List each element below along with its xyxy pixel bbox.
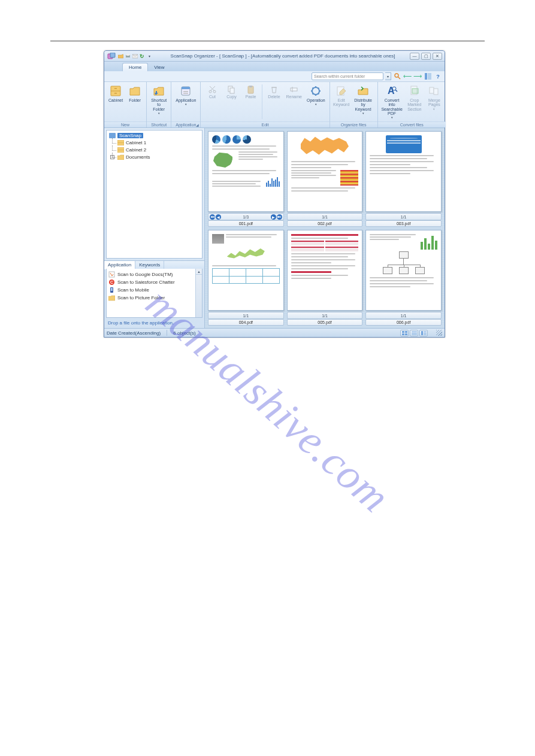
resize-grip-icon[interactable] xyxy=(436,330,442,336)
qat-print-icon[interactable] xyxy=(125,53,131,59)
page-count: 1/3 xyxy=(243,215,249,219)
layout-icon[interactable] xyxy=(424,72,432,80)
delete-button[interactable]: Delete xyxy=(264,83,283,120)
window-title: ScanSnap Organizer - [ ScanSnap ] - [Aut… xyxy=(156,53,410,59)
maximize-button[interactable]: ▢ xyxy=(421,53,431,60)
tree-item-cabinet2[interactable]: Cabinet 2 xyxy=(117,147,200,153)
view-list-icon[interactable] xyxy=(410,330,418,336)
last-page-icon[interactable]: ⏭ xyxy=(277,214,282,220)
crop-icon xyxy=(408,84,421,98)
sort-order[interactable]: Date Created(Ascending) xyxy=(107,330,161,336)
prev-page-icon[interactable]: ◀ xyxy=(216,214,221,220)
merge-button[interactable]: Merge Pages▾ xyxy=(425,83,444,120)
filename[interactable]: 005.pdf xyxy=(287,319,363,326)
picture-folder-icon xyxy=(108,294,115,301)
application-dropdown-icon: ▾ xyxy=(185,102,187,106)
thumb-006[interactable]: 1/1 006.pdf xyxy=(365,230,442,326)
tree-item-cabinet1[interactable]: Cabinet 1 xyxy=(117,140,200,145)
page-preview[interactable] xyxy=(365,230,442,311)
view-detail-icon[interactable] xyxy=(419,330,428,336)
salesforce-icon: C xyxy=(108,279,115,286)
tree-item-documents[interactable]: + Documents xyxy=(117,154,200,160)
filename[interactable]: 004.pdf xyxy=(208,319,284,326)
nav-fwd-icon[interactable]: ⟶ xyxy=(413,72,422,80)
first-page-icon[interactable]: ⏮ xyxy=(210,214,215,220)
filename[interactable]: 003.pdf xyxy=(365,220,442,227)
folder-button[interactable]: Folder xyxy=(125,83,144,120)
cut-icon xyxy=(207,84,217,94)
thumbnail-grid[interactable]: ⏮◀ 1/3 ▶⏭ 001.pdf 1/1 002.pdf xyxy=(205,128,445,328)
page-indicator: 1/1 xyxy=(287,312,363,319)
svg-rect-11 xyxy=(114,88,117,89)
operation-button[interactable]: Operation▾ xyxy=(304,83,328,120)
tab-home[interactable]: Home xyxy=(122,63,148,71)
thumb-004[interactable]: 1/1 004.pdf xyxy=(208,230,284,326)
view-thumbnails-icon[interactable] xyxy=(400,330,409,336)
page-preview[interactable] xyxy=(365,131,442,212)
page-preview[interactable] xyxy=(208,131,284,212)
page-indicator: 1/1 xyxy=(208,312,284,319)
qat-mail-icon[interactable] xyxy=(132,53,138,59)
app-list-scrollbar[interactable]: ▲ xyxy=(195,269,202,317)
info-panel-icon xyxy=(386,135,422,153)
copy-button[interactable]: Copy xyxy=(222,83,241,120)
titlebar[interactable]: ↻ ▾ ScanSnap Organizer - [ ScanSnap ] - … xyxy=(104,51,445,62)
qat-refresh-icon[interactable]: ↻ xyxy=(139,53,145,59)
thumb-005[interactable]: 1/1 005.pdf xyxy=(287,230,363,326)
scroll-up-icon[interactable]: ▲ xyxy=(196,269,202,275)
convert-pdf-label: Convert into Searchable PDF xyxy=(381,98,402,116)
page-preview[interactable] xyxy=(287,131,363,212)
svg-rect-24 xyxy=(249,86,252,87)
folder-tree[interactable]: ScanSnap Cabinet 1 Cabinet 2 + Documents xyxy=(106,130,202,259)
app-item-mobile[interactable]: Scan to Mobile xyxy=(108,286,200,294)
delete-label: Delete xyxy=(268,95,280,99)
ribbon-group-edit-label: Edit xyxy=(201,122,329,127)
convert-pdf-button[interactable]: AConvert into Searchable PDF▾ xyxy=(380,83,404,120)
operation-icon xyxy=(309,84,322,98)
search-input[interactable]: Search within current folder xyxy=(312,72,383,80)
svg-rect-16 xyxy=(183,93,188,94)
crop-button[interactable]: Crop Marked Section xyxy=(404,83,425,120)
page-preview[interactable] xyxy=(287,230,363,311)
tab-keywords[interactable]: Keywords xyxy=(135,261,164,269)
page-indicator: 1/1 xyxy=(287,213,363,220)
tree-root[interactable]: ScanSnap xyxy=(109,133,200,138)
application-button[interactable]: Application ▾ xyxy=(173,83,198,120)
app-item-picture[interactable]: Scan to Picture Folder xyxy=(108,294,200,302)
tab-view[interactable]: View xyxy=(148,63,170,71)
qat-open-icon[interactable] xyxy=(117,53,123,59)
filename[interactable]: 002.pdf xyxy=(287,220,363,227)
launcher-icon[interactable]: ◢ xyxy=(196,123,199,127)
close-button[interactable]: ✕ xyxy=(433,53,442,60)
app-logo-icon[interactable] xyxy=(107,52,116,60)
thumb-001[interactable]: ⏮◀ 1/3 ▶⏭ 001.pdf xyxy=(208,131,284,227)
expand-icon[interactable]: + xyxy=(110,155,114,159)
app-item-googledocs[interactable]: Scan to Google Docs(TM) xyxy=(108,271,200,278)
cabinet-button[interactable]: Cabinet xyxy=(106,83,125,120)
rename-button[interactable]: Rename xyxy=(283,83,304,120)
thumb-003[interactable]: 1/1 003.pdf xyxy=(365,131,442,227)
shortcut-to-folder-button[interactable]: Shortcut to Folder ▾ xyxy=(149,83,169,120)
page-preview[interactable] xyxy=(208,230,284,311)
filename[interactable]: 006.pdf xyxy=(365,319,442,326)
paste-button[interactable]: Paste xyxy=(241,83,260,120)
thumb-002[interactable]: 1/1 002.pdf xyxy=(287,131,363,227)
next-page-icon[interactable]: ▶ xyxy=(271,214,276,220)
search-go-icon[interactable] xyxy=(393,72,401,80)
distribute-keyword-button[interactable]: Distribute by Keyword▾ xyxy=(351,83,376,120)
search-dropdown-icon[interactable]: ▾ xyxy=(385,72,391,80)
minimize-button[interactable]: — xyxy=(410,53,419,60)
edit-keyword-button[interactable]: Edit Keyword xyxy=(332,83,351,120)
filename[interactable]: 001.pdf xyxy=(208,220,284,227)
ribbon-group-edit: Cut Copy Paste Delete Rename Operation▾ … xyxy=(201,82,330,127)
bar-chart-icon xyxy=(266,176,280,187)
cut-button[interactable]: Cut xyxy=(202,83,222,120)
tab-application[interactable]: Application xyxy=(104,261,135,269)
app-item-salesforce[interactable]: CScan to Salesforce Chatter xyxy=(108,278,200,286)
shortcut-label: Shortcut to Folder xyxy=(151,98,167,111)
help-icon[interactable]: ? xyxy=(434,72,442,80)
merge-dropdown-icon: ▾ xyxy=(433,107,435,111)
page-count: 1/1 xyxy=(322,314,328,318)
qat-dropdown-icon[interactable]: ▾ xyxy=(146,53,152,59)
nav-back-icon[interactable]: ⟵ xyxy=(403,72,412,80)
